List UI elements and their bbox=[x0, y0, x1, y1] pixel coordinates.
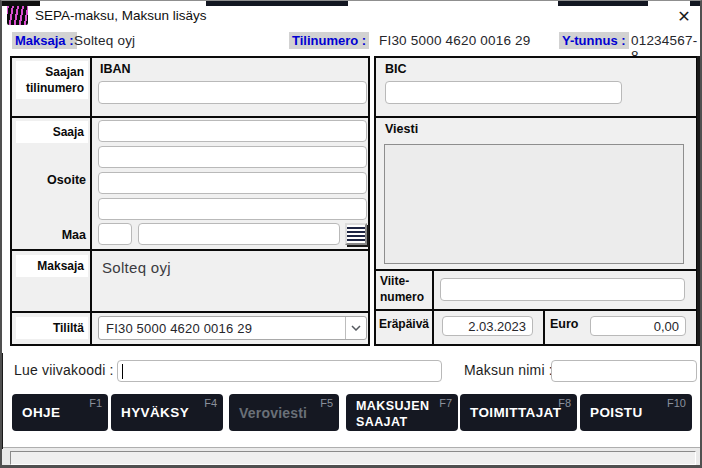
due-date-label: Eräpäivä bbox=[379, 317, 429, 331]
address-input-1[interactable] bbox=[98, 172, 367, 194]
amount-input[interactable] bbox=[590, 316, 686, 336]
country-label: Maa bbox=[62, 228, 86, 242]
background-window-fragment bbox=[690, 1, 702, 6]
recipient-label: Saaja bbox=[16, 121, 88, 143]
account-header-label: Tilinumero : bbox=[289, 32, 369, 49]
message-row: Viesti bbox=[376, 118, 696, 271]
reference-label: Viite- numero bbox=[380, 274, 424, 305]
sepa-payment-window: SEPA-maksu, Maksun lisäys ✕ Maksaja : So… bbox=[0, 0, 702, 468]
country-browse-list-icon[interactable] bbox=[345, 223, 367, 245]
tax-message-button: VeroviestiF5 bbox=[229, 394, 339, 431]
bic-row: BIC bbox=[376, 58, 696, 118]
payer-label: Maksaja bbox=[16, 255, 88, 277]
help-button[interactable]: OHJEF1 bbox=[12, 394, 108, 431]
payer-value: Solteq oyj bbox=[102, 259, 171, 276]
account-header-value: FI30 5000 4620 0016 29 bbox=[379, 33, 531, 48]
fkey-label: F8 bbox=[558, 397, 571, 409]
recipient-address-row: Saaja Osoite Maa bbox=[12, 118, 368, 251]
fkey-label: F10 bbox=[667, 397, 686, 409]
recipient-name-input-1[interactable] bbox=[98, 120, 367, 142]
close-icon[interactable]: ✕ bbox=[672, 6, 696, 28]
iban-input[interactable] bbox=[98, 81, 367, 104]
due-date-amount-row: Eräpäivä Euro bbox=[376, 311, 696, 344]
reference-number-input[interactable] bbox=[440, 278, 685, 301]
address-input-2[interactable] bbox=[98, 198, 367, 220]
status-message-field bbox=[10, 451, 696, 465]
chevron-down-icon bbox=[346, 325, 366, 331]
app-icon bbox=[7, 5, 28, 25]
address-label: Osoite bbox=[47, 173, 86, 187]
bic-input[interactable] bbox=[385, 81, 622, 104]
payment-name-input[interactable] bbox=[551, 360, 697, 382]
iban-label: IBAN bbox=[100, 62, 131, 76]
from-account-selected-value: FI30 5000 4620 0016 29 bbox=[99, 321, 345, 336]
background-window-fragment bbox=[697, 56, 701, 346]
due-date-input[interactable] bbox=[442, 316, 533, 336]
fkey-label: F1 bbox=[89, 397, 102, 409]
recipient-account-label: Saajan tilinumero bbox=[16, 61, 88, 99]
text-caret bbox=[122, 364, 123, 379]
background-window-fragment bbox=[206, 1, 348, 6]
payer-header-label: Maksaja : bbox=[12, 32, 77, 49]
amount-label: Euro bbox=[550, 317, 578, 331]
fkey-label: F5 bbox=[320, 397, 333, 409]
bic-label: BIC bbox=[385, 62, 407, 76]
reference-row: Viite- numero bbox=[376, 271, 696, 311]
barcode-label: Lue viivakoodi : bbox=[14, 362, 114, 378]
payment-name-label: Maksun nimi : bbox=[464, 362, 553, 378]
business-id-header-label: Y-tunnus : bbox=[559, 32, 629, 49]
from-account-label: Tililtä bbox=[16, 317, 88, 339]
window-title: SEPA-maksu, Maksun lisäys bbox=[35, 8, 207, 23]
payer-header-value: Solteq oyj bbox=[74, 33, 135, 48]
background-window-fragment bbox=[0, 353, 3, 449]
payer-row: Maksaja Solteq oyj bbox=[12, 251, 368, 313]
payment-recipients-button[interactable]: MAKSUJEN SAAJATF7 bbox=[346, 394, 458, 431]
suppliers-button[interactable]: TOIMITTAJATF8 bbox=[460, 394, 577, 431]
country-code-input[interactable] bbox=[98, 223, 132, 245]
accept-button[interactable]: HYVÄKSYF4 bbox=[111, 394, 223, 431]
from-account-row: Tililtä FI30 5000 4620 0016 29 bbox=[12, 313, 368, 344]
recipient-group-box: Saajan tilinumero IBAN Saaja Osoite Maa bbox=[10, 56, 370, 346]
message-group-box: BIC Viesti Viite- numero Eräpäivä bbox=[374, 56, 698, 346]
status-bar bbox=[2, 447, 700, 467]
message-textarea[interactable] bbox=[384, 144, 684, 264]
recipient-name-input-2[interactable] bbox=[98, 146, 367, 168]
message-label: Viesti bbox=[385, 122, 418, 136]
barcode-input[interactable] bbox=[117, 360, 442, 382]
background-window-fragment bbox=[2, 1, 40, 6]
exit-button[interactable]: POISTUF10 bbox=[580, 394, 692, 431]
country-name-input[interactable] bbox=[138, 223, 340, 245]
fkey-label: F4 bbox=[204, 397, 217, 409]
recipient-account-row: Saajan tilinumero IBAN bbox=[12, 58, 368, 118]
fkey-label: F7 bbox=[439, 397, 452, 411]
background-window-fragment bbox=[558, 1, 648, 6]
from-account-select[interactable]: FI30 5000 4620 0016 29 bbox=[98, 316, 367, 340]
